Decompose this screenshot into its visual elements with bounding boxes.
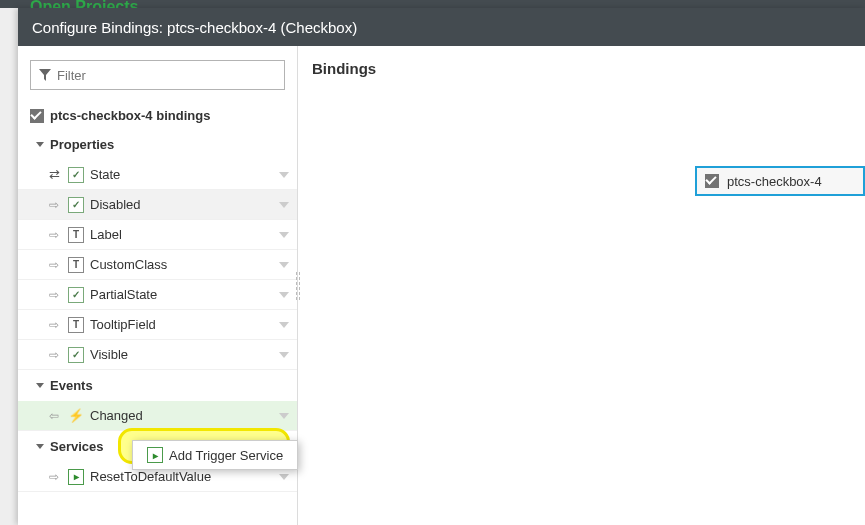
property-row-state[interactable]: ⇄ ✓ State (18, 160, 297, 190)
chevron-down-icon[interactable] (279, 202, 289, 208)
filter-box[interactable] (30, 60, 285, 90)
tree-root-label: ptcs-checkbox-4 bindings (50, 108, 210, 123)
filter-icon (39, 69, 51, 81)
filter-input[interactable] (57, 68, 276, 83)
arrow-right-icon: ⇨ (46, 258, 62, 272)
section-events[interactable]: Events (18, 370, 297, 401)
property-row-partialstate[interactable]: ⇨ ✓ PartialState (18, 280, 297, 310)
binding-node[interactable]: ptcs-checkbox-4 (695, 166, 865, 196)
service-label: ResetToDefaultValue (90, 469, 273, 484)
property-row-customclass[interactable]: ⇨ T CustomClass (18, 250, 297, 280)
chevron-down-icon[interactable] (279, 172, 289, 178)
property-label: Visible (90, 347, 273, 362)
property-row-visible[interactable]: ⇨ ✓ Visible (18, 340, 297, 370)
string-icon: T (68, 257, 84, 273)
menu-add-trigger-service[interactable]: ▸ Add Trigger Service (133, 441, 297, 469)
boolean-icon: ✓ (68, 287, 84, 303)
app-background-sidebar (0, 0, 18, 525)
property-label: PartialState (90, 287, 273, 302)
dialog-title: Configure Bindings: ptcs-checkbox-4 (Che… (32, 19, 357, 36)
section-events-label: Events (50, 378, 93, 393)
property-row-disabled[interactable]: ⇨ ✓ Disabled (18, 190, 297, 220)
checkbox-icon (705, 174, 719, 188)
property-label: CustomClass (90, 257, 273, 272)
chevron-down-icon[interactable] (279, 322, 289, 328)
arrow-right-icon: ⇨ (46, 288, 62, 302)
chevron-down-icon[interactable] (279, 413, 289, 419)
section-properties-label: Properties (50, 137, 114, 152)
property-label: Disabled (90, 197, 273, 212)
property-label: Label (90, 227, 273, 242)
menu-item-label: Add Trigger Service (169, 448, 283, 463)
filter-wrap (18, 60, 297, 102)
bolt-icon: ⚡ (68, 408, 84, 423)
boolean-icon: ✓ (68, 197, 84, 213)
chevron-down-icon (36, 444, 44, 449)
arrow-right-icon: ⇨ (46, 318, 62, 332)
chevron-down-icon (36, 142, 44, 147)
section-properties[interactable]: Properties (18, 129, 297, 160)
string-icon: T (68, 227, 84, 243)
chevron-down-icon[interactable] (279, 474, 289, 480)
property-row-tooltipfield[interactable]: ⇨ T TooltipField (18, 310, 297, 340)
arrow-right-icon: ⇨ (46, 470, 62, 484)
arrow-right-icon: ⇦ (46, 409, 62, 423)
context-menu: ▸ Add Trigger Service (132, 440, 298, 470)
chevron-down-icon[interactable] (279, 292, 289, 298)
event-label: Changed (90, 408, 273, 423)
boolean-icon: ✓ (68, 347, 84, 363)
service-icon: ▸ (68, 469, 84, 485)
two-way-icon: ⇄ (46, 167, 62, 182)
arrow-right-icon: ⇨ (46, 228, 62, 242)
chevron-down-icon (36, 383, 44, 388)
service-icon: ▸ (147, 447, 163, 463)
section-services-label: Services (50, 439, 104, 454)
chevron-down-icon[interactable] (279, 352, 289, 358)
tree-root[interactable]: ptcs-checkbox-4 bindings (18, 102, 297, 129)
property-row-label[interactable]: ⇨ T Label (18, 220, 297, 250)
property-label: TooltipField (90, 317, 273, 332)
chevron-down-icon[interactable] (279, 232, 289, 238)
boolean-icon: ✓ (68, 167, 84, 183)
arrow-right-icon: ⇨ (46, 348, 62, 362)
right-panel: Bindings ptcs-checkbox-4 (298, 46, 865, 525)
string-icon: T (68, 317, 84, 333)
event-row-changed[interactable]: ⇦ ⚡ Changed (18, 401, 297, 431)
arrow-right-icon: ⇨ (46, 198, 62, 212)
chevron-down-icon[interactable] (279, 262, 289, 268)
bindings-heading: Bindings (312, 60, 851, 77)
dialog-titlebar: Configure Bindings: ptcs-checkbox-4 (Che… (18, 8, 865, 46)
checkbox-icon (30, 109, 44, 123)
binding-node-label: ptcs-checkbox-4 (727, 174, 822, 189)
property-label: State (90, 167, 273, 182)
